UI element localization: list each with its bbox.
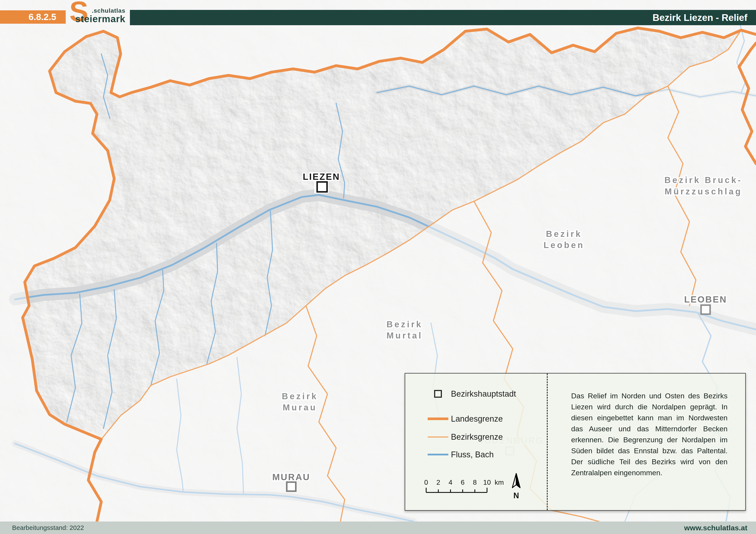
svg-text:10: 10 xyxy=(483,478,491,486)
svg-text:8: 8 xyxy=(473,478,477,486)
legend-divider xyxy=(547,373,548,510)
thick-orange-line-icon xyxy=(428,418,448,420)
label-bezirk-murau-line2: Murau xyxy=(283,403,317,412)
label-bezirk-leoben-line1: Bezirk xyxy=(546,229,582,239)
label-bezirk-murtal-line1: Bezirk xyxy=(387,319,423,329)
legend-label: Landesgrenze xyxy=(451,414,503,423)
logo-line-schulatlas: .schulatlas xyxy=(75,8,125,14)
atlas-page: LIEZEN Bezirk Bruck- Mürzzuschlag Bezirk… xyxy=(0,0,756,534)
thin-orange-line-icon xyxy=(428,437,448,438)
murau-marker xyxy=(287,482,296,491)
scale-bar: 0 2 4 6 8 10 km xyxy=(423,478,514,496)
logo-line-steiermark: steiermark xyxy=(75,14,125,24)
footer-website-link[interactable]: www.schulatlas.at xyxy=(684,521,747,534)
blue-line-icon xyxy=(428,454,448,455)
legend-row-landesgrenze: Landesgrenze xyxy=(405,412,548,425)
schulatlas-logo: S .schulatlas steiermark xyxy=(67,0,127,28)
north-arrow: N xyxy=(506,472,526,498)
scale-unit: km xyxy=(495,478,504,486)
label-bezirk-murtal-line2: Murtal xyxy=(387,331,423,340)
label-liezen: LIEZEN xyxy=(303,172,340,182)
svg-text:6: 6 xyxy=(461,478,465,486)
legend-description: Das Relief im Norden und Osten des Bezir… xyxy=(571,390,728,478)
label-bruck-line1: Bezirk Bruck- xyxy=(664,175,742,185)
svg-text:4: 4 xyxy=(448,478,452,486)
footer-bar: Bearbeitungsstand: 2022 www.schulatlas.a… xyxy=(0,521,756,534)
sheet-number-badge: 6.8.2.5 xyxy=(0,10,66,24)
svg-text:2: 2 xyxy=(437,478,440,486)
legend-label: Bezirksgrenze xyxy=(451,432,503,442)
legend-row-bezirksgrenze: Bezirksgrenze xyxy=(405,430,548,443)
footer-status: Bearbeitungsstand: 2022 xyxy=(12,521,84,534)
legend-box: Bezirkshauptstadt Landesgrenze Bezirksgr… xyxy=(405,373,746,511)
map-title: Bezirk Liezen - Relief xyxy=(130,10,756,25)
legend-label: Bezirkshauptstadt xyxy=(451,389,516,398)
label-leoben: LEOBEN xyxy=(684,294,727,304)
leoben-marker xyxy=(701,305,710,314)
legend-row-fluss-bach: Fluss, Bach xyxy=(405,448,548,461)
label-bezirk-leoben-line2: Leoben xyxy=(544,240,584,250)
label-murau: MURAU xyxy=(272,472,310,482)
north-label: N xyxy=(506,491,526,500)
legend-row-bezirkshauptstadt: Bezirkshauptstadt xyxy=(405,387,548,400)
svg-text:0: 0 xyxy=(424,478,428,486)
legend-label: Fluss, Bach xyxy=(451,450,494,459)
square-icon xyxy=(434,390,442,398)
label-bezirk-murau-line1: Bezirk xyxy=(282,392,318,401)
label-bruck-line2: Mürzzuschlag xyxy=(665,187,742,196)
